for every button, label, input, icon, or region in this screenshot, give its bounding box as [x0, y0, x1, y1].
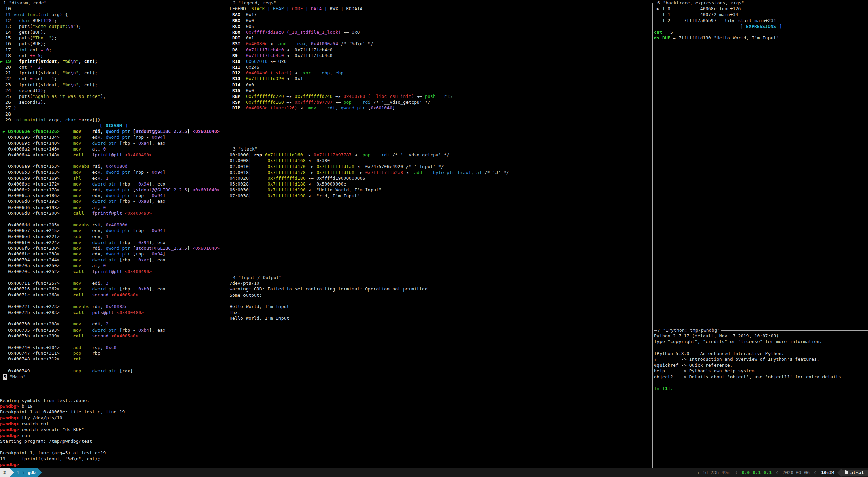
clock-time: 10:24 — [821, 470, 835, 475]
terminal-line: Hello World, I'm Input — [230, 315, 653, 321]
window-name: gdb — [28, 470, 36, 475]
terminal-line: 0x400735 <func+293> mov dword ptr [rbp -… — [0, 327, 228, 333]
terminal-line: RAX 0x17 — [230, 12, 653, 17]
tmux-terminal-screen: 1 "disasm, code" 10 11 void func(int arg… — [0, 0, 868, 477]
pane-title-legend-regs: 2 "legend, regs" — [230, 0, 653, 6]
program-io-lines: /dev/pts/10warning: GDB: Failed to set c… — [230, 280, 653, 321]
terminal-line — [0, 216, 228, 222]
terminal-line: 16 puts(BUF); — [0, 41, 228, 47]
terminal-line: ds BUF = 7fffffffd190 "Hello World, I'm … — [654, 35, 868, 41]
terminal-line: RCX 0x5 — [230, 23, 653, 29]
chevron-right-icon: ❯ — [22, 470, 25, 475]
terminal-line: 0x400696 <func+134> mov edx, dword ptr [… — [0, 134, 228, 140]
terminal-line: RDI 0x1 — [230, 35, 653, 41]
terminal-line: cnt = 5 — [654, 29, 868, 35]
terminal-line: 0x4006c2 <func+178> mov rdi, qword ptr [… — [0, 187, 228, 193]
terminal-line: Reading symbols from test...done. — [0, 398, 652, 403]
terminal-line — [0, 362, 228, 368]
hostname-segment: at-at — [842, 470, 868, 475]
window-tab-gdb[interactable]: 1 ❯ gdb — [14, 468, 38, 477]
terminal-line: 0x4006f0 <func+224> mov dword ptr [rbp -… — [0, 240, 228, 245]
terminal-line — [0, 386, 652, 391]
terminal-line: 02:0010│ 0x7fffffffd170 —▸ 0x7fffffffd1a… — [230, 164, 653, 170]
pane-stack[interactable]: 3 "stack" 00:0000│ rsp 0x7fffffffd160 —▸… — [228, 146, 653, 275]
terminal-line: Breakpoint 1, func (arg=5) at test.c:19 — [0, 450, 652, 456]
border-line — [721, 327, 868, 331]
terminal-line: R8 0x7ffff7fcb4c0 ◂— 0x7ffff7fcb4c0 — [230, 47, 653, 53]
terminal-line: ► f 0 40068e func+126 — [654, 6, 868, 12]
terminal-line: Breakpoint 1 at 0x40068e: file test.c, l… — [0, 409, 652, 415]
terminal-line: /dev/pts/10 — [230, 280, 653, 286]
lock-icon — [845, 471, 848, 474]
terminal-line: 0x4006ca <func+186> mov edx, dword ptr [… — [0, 193, 228, 198]
terminal-line: pwndbg> cwatch execute "ds BUF" — [0, 427, 652, 432]
terminal-line — [0, 315, 228, 321]
terminal-line: 0x400747 <func+311> pop rbp — [0, 350, 228, 356]
terminal-line: 0x40070c <func+252> call fprintf@plt <0x… — [0, 269, 228, 275]
pane-number-active: 5 — [3, 374, 7, 380]
chevron-left-icon: ❮ — [735, 470, 738, 475]
terminal-line: warning: GDB: Failed to set controlling … — [230, 286, 653, 292]
pane-title-label: "legend, regs" — [236, 0, 276, 6]
terminal-line: 20 cnt *= 2; — [0, 64, 228, 70]
border-line — [278, 0, 653, 3]
session-name-badge[interactable]: 2 — [0, 468, 10, 477]
terminal-line: Some output: — [230, 292, 653, 298]
terminal-line: 12 char BUF[128]; — [0, 18, 228, 23]
terminal-line: ► 19 fprintf(stdout, "%d\n", cnt); — [0, 58, 228, 64]
pane-input-output[interactable]: 4 "Input / Output" /dev/pts/10warning: G… — [228, 275, 653, 374]
pane-border-vertical-right[interactable] — [652, 3, 653, 468]
terminal-line — [0, 158, 228, 163]
terminal-line: R10 0x602010 ◂— 0x0 — [230, 58, 653, 64]
terminal-line: 0x40072b <func+283> call puts@plt <0x400… — [0, 310, 228, 315]
terminal-line: 01:0008│ 0x7fffffffd168 ◂— 0x380 — [230, 158, 653, 163]
terminal-line: R9 0x7ffff7fcb4c0 ◂— 0x7ffff7fcb4c0 — [230, 53, 653, 58]
border-dash — [230, 275, 233, 278]
terminal-line: object? -> Details about 'object', use '… — [654, 374, 868, 380]
terminal-line: pwndbg> run — [0, 432, 652, 438]
terminal-line: R11 0x246 — [230, 64, 653, 70]
terminal-line: 18 cnt += 5; — [0, 53, 228, 58]
terminal-line: 0x4006f6 <func+230> mov rdi, qword ptr [… — [0, 245, 228, 251]
terminal-line: Starting program: /tmp/pwndbg/test — [0, 438, 652, 444]
terminal-line: 0x400748 <func+312> ret — [0, 356, 228, 362]
pane-ipython[interactable]: 7 "IPython: tmp/pwndbg" Python 2.7.17 (d… — [653, 327, 868, 468]
terminal-line: 0x40071c <func+268> call second <0x4005a… — [0, 292, 228, 298]
terminal-line: 19 fprintf(stdout, "%d\n", cnt); — [0, 456, 652, 462]
terminal-line: pwndbg> — [0, 462, 652, 467]
terminal-line: 21 fprintf(stdout, "%d\n", cnt); — [0, 70, 228, 76]
pane-backtrace-expressions[interactable]: 6 "backtrace, expressions, args" ► f 0 4… — [653, 0, 868, 327]
terminal-line: 22 cnt = cnt - 1; — [0, 76, 228, 82]
pane-disasm-code[interactable]: 1 "disasm, code" 10 11 void func(int arg… — [0, 0, 228, 374]
terminal-line: In [1]: — [654, 386, 868, 391]
terminal-line: LEGEND: STACK | HEAP | CODE | DATA | RWX… — [230, 6, 653, 12]
pane-number: 4 — [233, 275, 236, 280]
border-dash — [0, 0, 3, 3]
terminal-line: f 2 7ffff7a05b97 __libc_start_main+231 — [654, 18, 868, 23]
terminal-line: 0x4006d6 <func+198> mov al, 0 — [0, 205, 228, 210]
pane-title-disasm-code: 1 "disasm, code" — [0, 0, 228, 6]
terminal-line: 14 gets(BUF); — [0, 29, 228, 35]
terminal-line: 0x400704 <func+244> mov dword ptr [rbp -… — [0, 257, 228, 263]
terminal-line: 0x4006ed <func+221> sub ecx, 1 — [0, 234, 228, 240]
section-divider-disasm: [ DISASM ] — [0, 123, 228, 128]
terminal-line: Type "copyright", "credits" or "license"… — [654, 339, 868, 344]
terminal-line: pwndbg> cwatch cnt — [0, 421, 652, 427]
border-dash — [230, 146, 233, 149]
terminal-line: 10 — [0, 6, 228, 12]
section-divider-expressions: [ EXPRESSIONS ] — [654, 23, 868, 29]
pane-main-gdb-console[interactable]: 5 "Main" Reading symbols from test...don… — [0, 374, 652, 468]
terminal-line — [654, 345, 868, 351]
pane-border-vertical-left[interactable] — [228, 3, 228, 377]
pane-legend-regs[interactable]: 2 "legend, regs" LEGEND: STACK | HEAP | … — [228, 0, 653, 146]
pane-number: 3 — [233, 146, 236, 152]
terminal-line: RDX 0x7ffff7dd18c0 (_IO_stdfile_1_lock) … — [230, 29, 653, 35]
terminal-line: RBX 0x0 — [230, 18, 653, 23]
uptime-value: 1d 23h 49m — [703, 470, 730, 475]
pane-number: 2 — [233, 0, 236, 6]
terminal-line: RSI 0x40080d ◂— and eax, 0x4f000a64 /* '… — [230, 41, 653, 47]
stack-lines: 00:0000│ rsp 0x7fffffffd160 —▸ 0x7ffff7b… — [230, 152, 653, 199]
terminal-line: 11 void func(int arg) { — [0, 12, 228, 17]
terminal-line: 0x4006b9 <func+169> shl ecx, 1 — [0, 175, 228, 181]
terminal-line: 06:0030│ 0x7fffffffd190 ◂— "Hello World,… — [230, 187, 653, 193]
